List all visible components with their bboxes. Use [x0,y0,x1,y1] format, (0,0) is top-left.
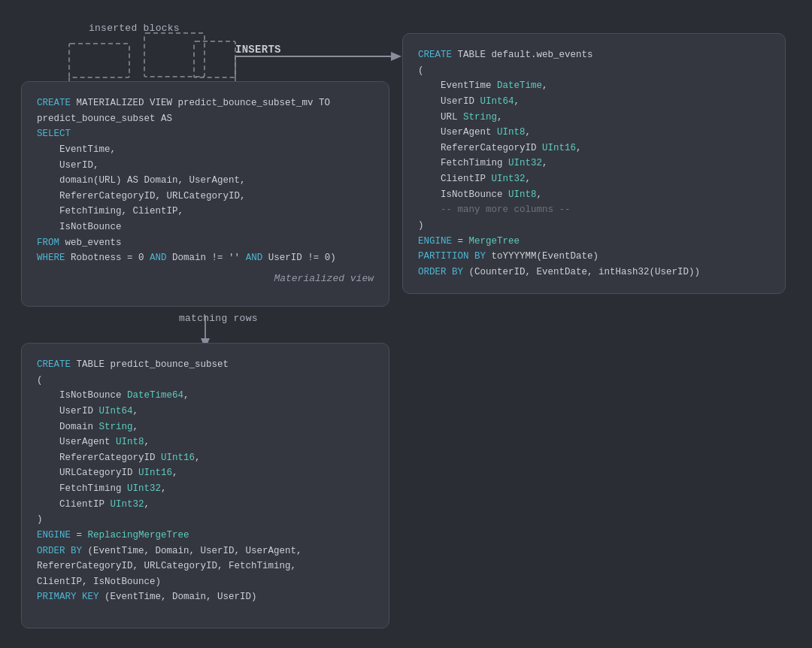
label-inserts: INSERTS [235,44,281,56]
mv-line-10: FROM web_events [37,235,374,251]
code-box-web-events: CREATE TABLE default.web_events ( EventT… [402,33,786,294]
mv-line-8: FetchTiming, ClientIP, [37,204,374,220]
diagram-container: inserted blocks INSERTS matching rows CR… [0,0,812,648]
web-line-1: CREATE TABLE default.web_events [418,47,770,63]
mv-line-6: domain(URL) AS Domain, UserAgent, [37,173,374,189]
mv-label: Materialized view [37,271,374,286]
svg-marker-7 [391,52,401,61]
svg-rect-1 [144,33,205,77]
mv-line-3: SELECT [37,126,374,142]
mv-kw-create: CREATE [37,98,71,108]
code-box-predict-bounce-subset: CREATE TABLE predict_bounce_subset ( IsN… [21,343,389,628]
svg-rect-2 [194,41,235,77]
code-box-materialized-view: CREATE MATERIALIZED VIEW predict_bounce_… [21,81,389,307]
label-inserted-blocks: inserted blocks [89,23,180,34]
mv-line-9: IsNotBounce [37,220,374,235]
mv-line-11: WHERE Robotness = 0 AND Domain != '' AND… [37,250,374,266]
mv-line-2: predict_bounce_subset AS [37,111,374,127]
mv-line-4: EventTime, [37,142,374,158]
mv-line-1: CREATE MATERIALIZED VIEW predict_bounce_… [37,95,374,111]
mv-line-5: UserID, [37,158,374,174]
mv-line-7: RefererCategoryID, URLCategoryID, [37,189,374,204]
svg-rect-0 [69,44,129,77]
label-matching-rows: matching rows [179,313,258,324]
